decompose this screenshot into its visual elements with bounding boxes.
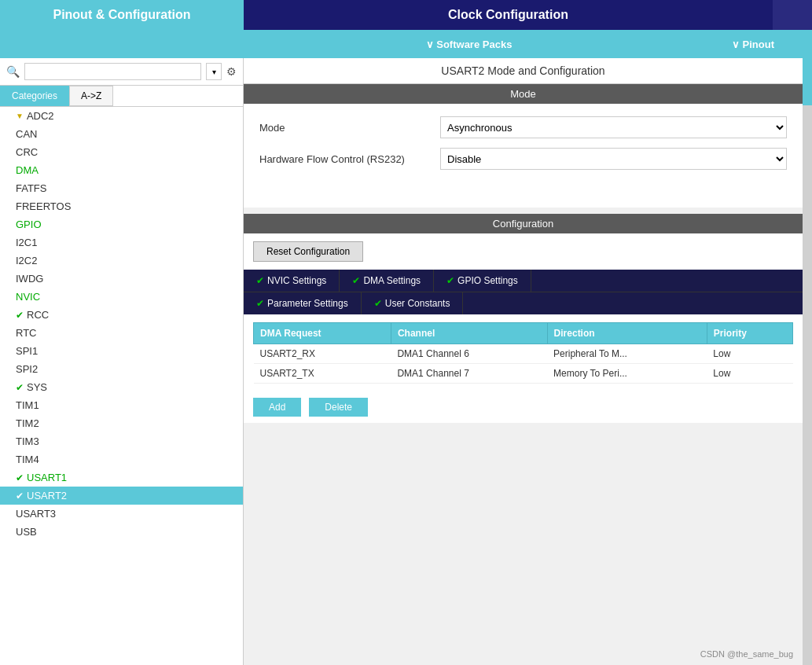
tab-check-icon: ✔ [256, 298, 264, 309]
sidebar-item-i2c2[interactable]: I2C2 [0, 252, 243, 270]
sidebar-item-spi2[interactable]: SPI2 [0, 360, 243, 378]
config-tabs-row1: ✔NVIC Settings✔DMA Settings✔GPIO Setting… [244, 270, 803, 292]
sidebar-item-crc[interactable]: CRC [0, 143, 243, 161]
pinout-configuration-tab[interactable]: Pinout & Configuration [0, 0, 244, 30]
sidebar-item-label-gpio: GPIO [16, 219, 42, 230]
sidebar-item-tim4[interactable]: TIM4 [0, 450, 243, 468]
top-header: Pinout & Configuration Clock Configurati… [0, 0, 812, 30]
check-icon: ✔ [16, 310, 24, 321]
sidebar-item-rtc[interactable]: RTC [0, 324, 243, 342]
sidebar-item-label-spi2: SPI2 [16, 363, 38, 375]
search-bar: 🔍 ▾ ⚙ [0, 58, 243, 86]
sidebar-item-adc2[interactable]: ▼ADC2 [0, 107, 243, 125]
sidebar-list: ▼ADC2CANCRCDMAFATFSFREERTOSGPIOI2C1I2C2I… [0, 107, 243, 665]
sidebar-item-label-dma: DMA [16, 164, 39, 176]
tab-check-icon: ✔ [256, 275, 264, 286]
sidebar-item-label-rtc: RTC [16, 327, 36, 339]
dma-col-channel: Channel [391, 323, 547, 344]
sidebar-item-fatfs[interactable]: FATFS [0, 179, 243, 197]
pinout-link[interactable]: ∨ Pinout [694, 30, 812, 58]
categories-tab[interactable]: Categories [0, 86, 69, 106]
second-header-left-space [0, 30, 244, 58]
gear-button[interactable]: ⚙ [226, 65, 237, 78]
config-tab-label-parameter: Parameter Settings [267, 298, 348, 309]
sidebar-item-iwdg[interactable]: IWDG [0, 270, 243, 288]
sidebar-item-can[interactable]: CAN [0, 125, 243, 143]
dma-cell-direction: Peripheral To M... [547, 344, 707, 364]
sidebar-item-usart3[interactable]: USART3 [0, 505, 243, 523]
mode-section-header: Mode [244, 84, 803, 104]
search-input[interactable] [24, 63, 201, 80]
sidebar-item-label-usart2: USART2 [27, 490, 67, 502]
add-button[interactable]: Add [253, 398, 301, 417]
az-tab[interactable]: A->Z [69, 86, 113, 106]
second-header: ∨ Software Packs ∨ Pinout [0, 30, 812, 58]
sidebar-item-tim3[interactable]: TIM3 [0, 432, 243, 450]
config-section-header: Configuration [244, 214, 803, 233]
spacer [244, 192, 803, 208]
sidebar-item-tim1[interactable]: TIM1 [0, 396, 243, 414]
mode-row: Mode Asynchronous [259, 116, 787, 138]
extra-tab [773, 0, 812, 30]
dma-cell-channel: DMA1 Channel 6 [391, 344, 547, 364]
config-tab-dma[interactable]: ✔DMA Settings [340, 270, 434, 292]
action-buttons: Add Delete [244, 391, 803, 423]
clock-configuration-tab[interactable]: Clock Configuration [244, 0, 773, 30]
hw-flow-select[interactable]: Disable [440, 148, 787, 170]
sidebar-item-usart2[interactable]: ✔USART2 [0, 487, 243, 505]
collapse-icon: ▼ [16, 112, 24, 120]
config-tab-gpio[interactable]: ✔GPIO Settings [434, 270, 531, 292]
sidebar-item-label-crc: CRC [16, 146, 38, 158]
sidebar-item-label-i2c1: I2C1 [16, 237, 37, 248]
config-tab-label-nvic: NVIC Settings [267, 275, 326, 286]
config-tab-nvic[interactable]: ✔NVIC Settings [244, 270, 340, 292]
config-tab-user_constants[interactable]: ✔User Constants [362, 292, 464, 314]
sidebar-item-spi1[interactable]: SPI1 [0, 342, 243, 360]
sidebar-item-label-freertos: FREERTOS [16, 200, 71, 212]
sidebar-item-nvic[interactable]: NVIC [0, 288, 243, 306]
sidebar-item-sys[interactable]: ✔SYS [0, 378, 243, 396]
check-icon: ✔ [16, 472, 24, 483]
sidebar-item-i2c1[interactable]: I2C1 [0, 233, 243, 252]
sidebar-item-label-spi1: SPI1 [16, 345, 38, 357]
sidebar-item-label-tim1: TIM1 [16, 399, 39, 411]
sidebar-item-usart1[interactable]: ✔USART1 [0, 468, 243, 487]
table-row[interactable]: USART2_RXDMA1 Channel 6Peripheral To M..… [254, 344, 793, 364]
mode-select[interactable]: Asynchronous [440, 116, 787, 138]
sidebar-item-label-usb: USB [16, 526, 37, 538]
right-panel: USART2 Mode and Configuration Mode Mode … [244, 58, 803, 665]
dma-cell-request: USART2_RX [254, 344, 391, 364]
config-tabs-row2: ✔Parameter Settings✔User Constants [244, 292, 803, 314]
sidebar-item-label-usart3: USART3 [16, 508, 56, 520]
config-tabs: ✔NVIC Settings✔DMA Settings✔GPIO Setting… [244, 270, 803, 314]
right-scrollbar[interactable] [803, 58, 812, 665]
table-row[interactable]: USART2_TXDMA1 Channel 7Memory To Peri...… [254, 364, 793, 384]
check-icon: ✔ [16, 490, 24, 502]
sidebar-item-label-sys: SYS [27, 381, 47, 393]
sidebar-item-freertos[interactable]: FREERTOS [0, 197, 243, 215]
mode-section: Mode Asynchronous Hardware Flow Control … [244, 104, 803, 192]
config-tab-label-dma: DMA Settings [363, 275, 421, 286]
search-dropdown-button[interactable]: ▾ [206, 63, 222, 80]
sidebar-item-label-can: CAN [16, 128, 37, 140]
sidebar-item-label-tim3: TIM3 [16, 435, 39, 447]
sidebar-item-label-rcc: RCC [27, 309, 49, 321]
config-tab-parameter[interactable]: ✔Parameter Settings [244, 292, 362, 314]
sidebar-item-rcc[interactable]: ✔RCC [0, 306, 243, 324]
panel-title: USART2 Mode and Configuration [244, 58, 803, 84]
hw-flow-label: Hardware Flow Control (RS232) [259, 153, 432, 165]
sidebar-item-label-nvic: NVIC [16, 291, 40, 303]
hw-flow-row: Hardware Flow Control (RS232) Disable [259, 148, 787, 170]
sidebar-item-gpio[interactable]: GPIO [0, 215, 243, 233]
check-icon: ✔ [16, 382, 24, 393]
sidebar-item-dma[interactable]: DMA [0, 161, 243, 179]
software-packs-link[interactable]: ∨ Software Packs [244, 30, 694, 58]
delete-button[interactable]: Delete [309, 398, 368, 417]
mode-label: Mode [259, 122, 432, 134]
reset-configuration-button[interactable]: Reset Configuration [253, 241, 363, 262]
dma-table: DMA RequestChannelDirectionPriority USAR… [253, 322, 793, 384]
sidebar-item-tim2[interactable]: TIM2 [0, 414, 243, 432]
sidebar-item-usb[interactable]: USB [0, 523, 243, 541]
dma-cell-request: USART2_TX [254, 364, 391, 384]
dma-col-dma-request: DMA Request [254, 323, 391, 344]
